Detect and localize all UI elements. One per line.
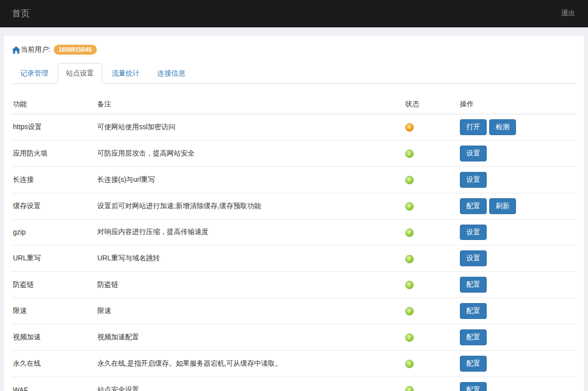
table-row: 永久在线永久在线,是指开启缓存。如果服务器宕机,可从缓存中读取。✓配置 bbox=[12, 350, 576, 377]
actions-cell: 配置 bbox=[459, 350, 576, 377]
table-body: https设置可使网站使用ssl加密访问✕打开检测应用防火墙可防应用层攻击，提高… bbox=[12, 114, 576, 391]
tab-records: 记录管理 bbox=[12, 63, 57, 84]
status-cell: ✓ bbox=[404, 245, 459, 272]
note-cell: 站点安全设置 bbox=[96, 377, 404, 391]
tab-link-records[interactable]: 记录管理 bbox=[12, 63, 57, 84]
status-cell: ✓ bbox=[404, 166, 459, 193]
settings-button[interactable]: 设置 bbox=[460, 146, 487, 161]
note-cell: URL重写与域名跳转 bbox=[96, 245, 404, 272]
status-ok-icon: ✓ bbox=[405, 150, 414, 158]
table-header-row: 功能 备注 状态 操作 bbox=[12, 95, 576, 114]
feature-cell: 限速 bbox=[12, 298, 96, 324]
configure-button[interactable]: 配置 bbox=[460, 329, 487, 345]
tabs: 记录管理站点设置流量统计连接信息 bbox=[12, 63, 576, 84]
status-cell: ✓ bbox=[404, 324, 459, 351]
feature-cell: 缓存设置 bbox=[12, 193, 96, 219]
configure-button[interactable]: 配置 bbox=[460, 356, 487, 372]
configure-button[interactable]: 配置 bbox=[460, 198, 487, 214]
note-cell: 长连接(s)与url重写 bbox=[96, 166, 404, 193]
actions-cell: 配置 bbox=[459, 298, 576, 324]
note-cell: 限速 bbox=[96, 298, 404, 324]
settings-button[interactable]: 设置 bbox=[460, 225, 487, 240]
actions-cell: 设置 bbox=[459, 245, 576, 272]
tab-link-site-settings[interactable]: 站点设置 bbox=[58, 63, 102, 84]
configure-button[interactable]: 配置 bbox=[460, 277, 487, 293]
feature-cell: 视频加速 bbox=[12, 324, 96, 351]
feature-cell: URL重写 bbox=[12, 245, 96, 272]
status-cell: ✕ bbox=[404, 114, 459, 141]
feature-cell: 长连接 bbox=[12, 166, 96, 193]
actions-cell: 设置 bbox=[459, 219, 576, 245]
feature-cell: 应用防火墙 bbox=[12, 140, 96, 166]
feature-cell: https设置 bbox=[12, 114, 96, 141]
note-cell: 可使网站使用ssl加密访问 bbox=[96, 114, 404, 141]
status-cell: ✓ bbox=[404, 272, 459, 298]
table-row: 视频加速视频加速配置✓配置 bbox=[12, 324, 576, 351]
configure-button[interactable]: 配置 bbox=[460, 303, 487, 319]
status-cell: ✓ bbox=[404, 298, 459, 324]
col-header-note: 备注 bbox=[96, 95, 404, 114]
status-ok-icon: ✓ bbox=[405, 255, 414, 263]
status-ok-icon: ✓ bbox=[405, 386, 414, 391]
table-row: gzip对响应内容进行压缩，提高传输速度✓设置 bbox=[12, 219, 576, 245]
site-settings-table: 功能 备注 状态 操作 https设置可使网站使用ssl加密访问✕打开检测应用防… bbox=[12, 95, 576, 391]
status-ok-icon: ✓ bbox=[405, 307, 414, 315]
note-cell: 防盗链 bbox=[96, 272, 404, 298]
settings-button[interactable]: 设置 bbox=[460, 250, 487, 266]
col-header-status: 状态 bbox=[404, 95, 459, 114]
user-id-badge: 1608915045 bbox=[54, 45, 97, 55]
table-row: 缓存设置设置后可对网站进行加速;新增清除缓存,缓存预取功能✓配置刷新 bbox=[12, 193, 576, 219]
actions-cell: 配置 bbox=[459, 324, 576, 351]
check-button[interactable]: 检测 bbox=[489, 119, 516, 135]
navbar-brand-home[interactable]: 首页 bbox=[12, 7, 30, 19]
table-row: 限速限速✓配置 bbox=[12, 298, 576, 324]
status-ok-icon: ✓ bbox=[405, 229, 414, 237]
tab-link-connection-info[interactable]: 连接信息 bbox=[149, 63, 194, 84]
table-row: 应用防火墙可防应用层攻击，提高网站安全✓设置 bbox=[12, 140, 576, 166]
status-ok-icon: ✓ bbox=[405, 202, 414, 211]
note-cell: 视频加速配置 bbox=[96, 324, 404, 351]
status-ok-icon: ✓ bbox=[405, 333, 414, 342]
tab-site-settings: 站点设置 bbox=[58, 63, 102, 84]
feature-cell: 永久在线 bbox=[12, 350, 96, 377]
table-row: https设置可使网站使用ssl加密访问✕打开检测 bbox=[12, 114, 576, 141]
main-panel: 当前用户: 1608915045 记录管理站点设置流量统计连接信息 功能 备注 … bbox=[4, 36, 584, 391]
status-cell: ✓ bbox=[404, 350, 459, 377]
feature-cell: 防盗链 bbox=[12, 272, 96, 298]
feature-cell: WAF bbox=[12, 377, 96, 391]
col-header-feature: 功能 bbox=[12, 95, 96, 114]
current-user-label: 当前用户: bbox=[21, 45, 51, 54]
tab-link-traffic-stats[interactable]: 流量统计 bbox=[103, 63, 148, 84]
settings-button[interactable]: 设置 bbox=[460, 172, 487, 188]
open-button[interactable]: 打开 bbox=[460, 119, 487, 135]
tab-connection-info: 连接信息 bbox=[149, 63, 194, 84]
logout-link[interactable]: 退出 bbox=[561, 9, 575, 18]
actions-cell: 设置 bbox=[459, 166, 576, 193]
note-cell: 永久在线,是指开启缓存。如果服务器宕机,可从缓存中读取。 bbox=[96, 350, 404, 377]
home-icon bbox=[12, 46, 20, 54]
configure-button[interactable]: 配置 bbox=[460, 382, 487, 391]
table-row: URL重写URL重写与域名跳转✓设置 bbox=[12, 245, 576, 272]
table-row: 防盗链防盗链✓配置 bbox=[12, 272, 576, 298]
actions-cell: 配置 bbox=[459, 377, 576, 391]
feature-cell: gzip bbox=[12, 219, 96, 245]
note-cell: 可防应用层攻击，提高网站安全 bbox=[96, 140, 404, 166]
actions-cell: 配置刷新 bbox=[459, 193, 576, 219]
status-ok-icon: ✓ bbox=[405, 176, 414, 184]
refresh-button[interactable]: 刷新 bbox=[489, 198, 516, 214]
status-cell: ✓ bbox=[404, 377, 459, 391]
col-header-actions: 操作 bbox=[459, 95, 576, 114]
actions-cell: 配置 bbox=[459, 272, 576, 298]
table-row: WAF站点安全设置✓配置 bbox=[12, 377, 576, 391]
status-cell: ✓ bbox=[404, 193, 459, 219]
tab-traffic-stats: 流量统计 bbox=[103, 63, 148, 84]
status-ok-icon: ✓ bbox=[405, 360, 414, 368]
note-cell: 对响应内容进行压缩，提高传输速度 bbox=[96, 219, 404, 245]
status-cell: ✓ bbox=[404, 219, 459, 245]
current-user-bar: 当前用户: 1608915045 bbox=[12, 45, 576, 55]
actions-cell: 打开检测 bbox=[459, 114, 576, 141]
status-off-icon: ✕ bbox=[405, 123, 414, 132]
actions-cell: 设置 bbox=[459, 140, 576, 166]
note-cell: 设置后可对网站进行加速;新增清除缓存,缓存预取功能 bbox=[96, 193, 404, 219]
navbar: 首页 退出 bbox=[0, 0, 588, 27]
